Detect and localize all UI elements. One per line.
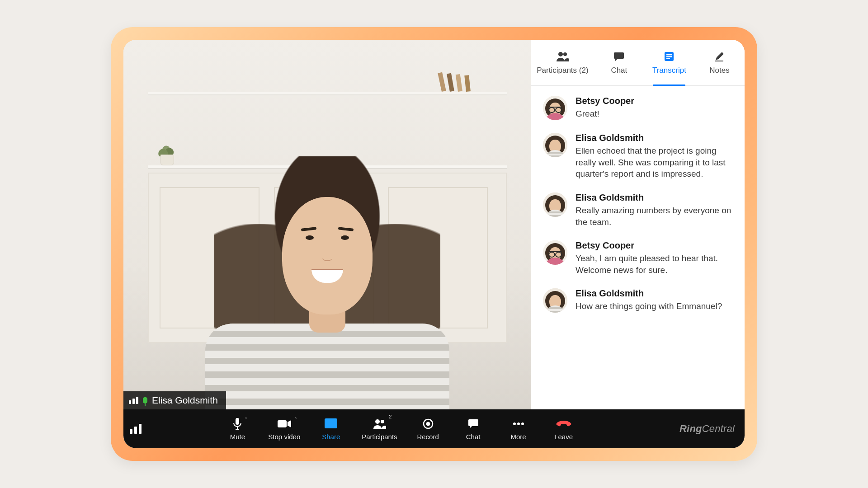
svg-rect-3 (666, 54, 672, 55)
avatar (543, 133, 567, 157)
avatar (543, 288, 567, 313)
speaker-video (201, 143, 454, 409)
share-screen-icon (325, 418, 337, 429)
svg-rect-7 (278, 420, 287, 427)
main-row: Elisa Goldsmith Participants (2) (123, 40, 745, 409)
transcript-entry: Elisa GoldsmithEllen echoed that the pro… (543, 133, 733, 180)
participants-label: Participants (362, 433, 397, 441)
more-button[interactable]: More (504, 418, 533, 441)
brand-logo: RingCentral (644, 423, 735, 435)
app-screen: Elisa Goldsmith Participants (2) (123, 40, 745, 448)
side-panel-tabs: Participants (2) Chat Transcript (531, 40, 745, 86)
stop-video-label: Stop video (268, 433, 300, 441)
speaker-name-tag: Elisa Goldsmith (123, 391, 226, 409)
svg-point-10 (375, 419, 380, 424)
transcript-speaker: Elisa Goldsmith (576, 133, 733, 143)
chat-button[interactable]: Chat (459, 418, 488, 441)
tab-label: Chat (611, 66, 627, 75)
stop-video-button[interactable]: ⌃ Stop video (268, 418, 300, 441)
tab-participants[interactable]: Participants (2) (531, 40, 594, 85)
notes-icon (714, 51, 724, 62)
svg-rect-5 (666, 58, 670, 59)
transcript-content: Betsy CooperYeah, I am quite pleased to … (576, 240, 733, 276)
connection-indicator[interactable] (130, 424, 157, 434)
participants-button[interactable]: 2 Participants (362, 418, 397, 441)
transcript-speaker: Betsy Cooper (576, 240, 733, 251)
more-icon (513, 422, 524, 426)
bg-plant (156, 138, 179, 165)
mute-label: Mute (230, 433, 245, 441)
tab-chat[interactable]: Chat (594, 40, 644, 85)
chat-icon (468, 419, 479, 429)
svg-point-13 (426, 422, 430, 426)
transcript-list[interactable]: Betsy CooperGreat!Elisa GoldsmithEllen e… (531, 86, 745, 409)
hangup-icon (556, 420, 571, 428)
transcript-text: Ellen echoed that the project is going r… (576, 145, 733, 180)
device-frame: Elisa Goldsmith Participants (2) (111, 27, 757, 461)
mic-active-icon (143, 397, 147, 404)
speaker-name-label: Elisa Goldsmith (152, 395, 218, 406)
transcript-content: Betsy CooperGreat! (576, 96, 733, 120)
transcript-content: Elisa GoldsmithEllen echoed that the pro… (576, 133, 733, 180)
svg-rect-6 (715, 61, 723, 61)
transcript-entry: Elisa GoldsmithHow are things going with… (543, 288, 733, 313)
transcript-text: How are things going with Emmanuel? (576, 300, 733, 312)
svg-point-11 (381, 420, 384, 423)
meeting-toolbar: ⌃ Mute ⌃ Stop video Share (123, 409, 745, 448)
transcript-entry: Elisa GoldsmithReally amazing numbers by… (543, 192, 733, 228)
chevron-up-icon[interactable]: ⌃ (294, 417, 297, 422)
tab-label: Participants (2) (537, 66, 588, 75)
tab-label: Transcript (652, 66, 686, 75)
chat-label: Chat (466, 433, 481, 441)
share-label: Share (322, 433, 340, 441)
microphone-icon (233, 418, 241, 430)
side-panel: Participants (2) Chat Transcript (531, 40, 745, 409)
transcript-content: Elisa GoldsmithReally amazing numbers by… (576, 192, 733, 228)
brand-bold: Ring (679, 423, 702, 435)
participants-icon (556, 51, 569, 62)
svg-rect-4 (666, 56, 672, 57)
tab-notes[interactable]: Notes (694, 40, 745, 85)
signal-icon (130, 424, 142, 434)
svg-point-16 (521, 422, 524, 425)
video-icon (278, 419, 291, 428)
tab-label: Notes (709, 66, 729, 75)
svg-point-15 (517, 422, 520, 425)
transcript-speaker: Elisa Goldsmith (576, 192, 733, 203)
transcript-text: Yeah, I am quite pleased to hear that. W… (576, 253, 733, 276)
chevron-up-icon[interactable]: ⌃ (244, 417, 248, 422)
transcript-icon (664, 51, 674, 62)
participants-icon (373, 419, 386, 429)
transcript-content: Elisa GoldsmithHow are things going with… (576, 288, 733, 313)
bg-shelf (148, 92, 507, 94)
svg-point-14 (513, 422, 516, 425)
svg-point-0 (558, 52, 563, 56)
toolbar-center: ⌃ Mute ⌃ Stop video Share (157, 418, 644, 441)
leave-button[interactable]: Leave (549, 418, 578, 441)
record-button[interactable]: Record (414, 418, 443, 441)
tab-transcript[interactable]: Transcript (644, 40, 694, 85)
svg-point-1 (563, 52, 567, 56)
signal-icon (129, 397, 138, 404)
transcript-entry: Betsy CooperYeah, I am quite pleased to … (543, 240, 733, 276)
record-icon (423, 418, 434, 429)
svg-marker-8 (288, 420, 291, 427)
more-label: More (511, 433, 526, 441)
transcript-text: Really amazing numbers by everyone on th… (576, 205, 733, 228)
avatar (543, 96, 567, 120)
avatar (543, 240, 567, 265)
share-button[interactable]: Share (316, 418, 345, 441)
transcript-entry: Betsy CooperGreat! (543, 96, 733, 120)
brand-light: Central (702, 423, 735, 435)
video-area: Elisa Goldsmith (123, 40, 531, 409)
avatar (543, 192, 567, 217)
transcript-text: Great! (576, 108, 733, 120)
transcript-speaker: Elisa Goldsmith (576, 288, 733, 299)
leave-label: Leave (554, 433, 573, 441)
record-label: Record (417, 433, 439, 441)
chat-icon (613, 51, 624, 62)
participants-count-badge: 2 (389, 414, 392, 419)
transcript-speaker: Betsy Cooper (576, 96, 733, 106)
mute-button[interactable]: ⌃ Mute (223, 418, 252, 441)
